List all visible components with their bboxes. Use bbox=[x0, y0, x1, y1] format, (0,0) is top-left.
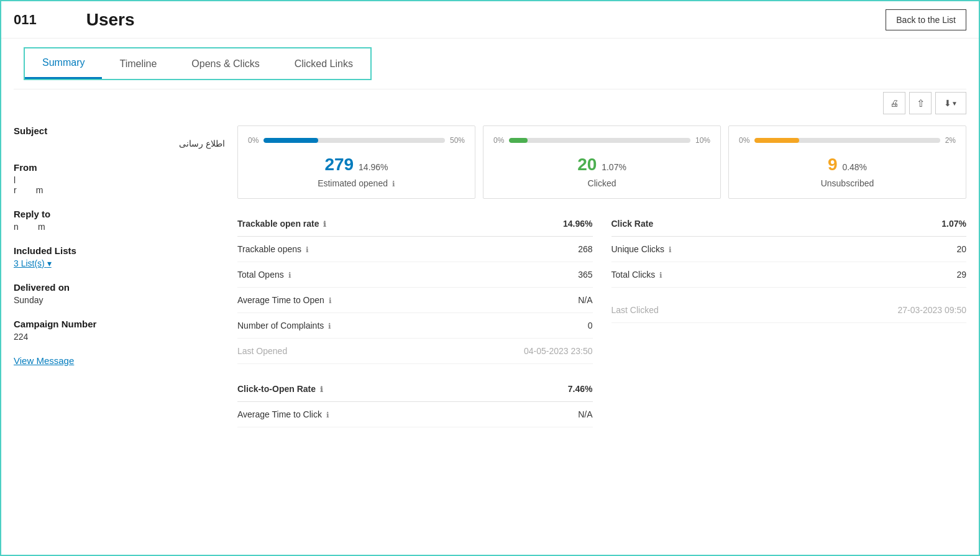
included-lists-value: 3 List(s) bbox=[14, 258, 45, 268]
campaign-number-value: 224 bbox=[14, 332, 225, 342]
last-opened-row: Last Opened 04-05-2023 23:50 bbox=[237, 339, 593, 364]
tab-clicked-links[interactable]: Clicked Links bbox=[277, 48, 370, 79]
complaints-row: Number of Complaints ℹ 0 bbox=[237, 313, 593, 339]
progress-bar-fill-opened bbox=[263, 138, 318, 143]
last-clicked-label: Last Clicked bbox=[611, 305, 659, 315]
reply-to-right: m bbox=[38, 222, 45, 232]
progress-left-label-unsubscribed: 0% bbox=[739, 136, 749, 145]
click-rate-label: Click Rate bbox=[611, 219, 654, 229]
subject-value: اطلاع رسانی bbox=[14, 139, 225, 148]
total-opens-row: Total Opens ℹ 365 bbox=[237, 262, 593, 288]
tab-timeline[interactable]: Timeline bbox=[102, 48, 174, 79]
progress-left-label-opened: 0% bbox=[248, 136, 259, 145]
stat-number-opened: 279 bbox=[324, 155, 354, 174]
left-panel: Subject اطلاع رسانی From l r m Reply to … bbox=[14, 125, 225, 427]
stat-card-unsubscribed: 0% 2% 9 0.48% Unsubscribed bbox=[728, 125, 966, 199]
trackable-open-rate-value: 14.96% bbox=[563, 219, 592, 229]
info-icon-total-opens: ℹ bbox=[288, 271, 291, 280]
stat-card-clicked: 0% 10% 20 1.07% Clicked bbox=[483, 125, 721, 199]
total-opens-label: Total Opens ℹ bbox=[237, 270, 291, 280]
stat-percent-clicked: 1.07% bbox=[602, 162, 626, 172]
progress-right-label-opened: 50% bbox=[450, 136, 465, 145]
info-icon-unique-clicks: ℹ bbox=[669, 245, 672, 254]
progress-right-label-unsubscribed: 2% bbox=[945, 136, 956, 145]
avg-time-click-row: Average Time to Click ℹ N/A bbox=[237, 402, 593, 427]
header: 011 Users Back to the List bbox=[1, 1, 979, 39]
stat-percent-unsubscribed: 0.48% bbox=[842, 162, 867, 172]
subject-label: Subject bbox=[14, 125, 225, 136]
info-icon-complaints: ℹ bbox=[328, 322, 331, 330]
stat-label-opened: Estimated opened ℹ bbox=[248, 178, 465, 188]
info-icon-tor: ℹ bbox=[323, 220, 326, 229]
last-opened-label: Last Opened bbox=[237, 346, 287, 356]
trackable-open-rate-label: Trackable open rate ℹ bbox=[237, 219, 326, 229]
click-to-open-rate-label: Click-to-Open Rate ℹ bbox=[237, 384, 323, 394]
stat-label-clicked: Clicked bbox=[493, 178, 710, 188]
main-content: Subject اطلاع رسانی From l r m Reply to … bbox=[1, 119, 979, 434]
share-button[interactable]: ⇧ bbox=[909, 92, 932, 114]
print-button[interactable]: 🖨 bbox=[883, 92, 905, 114]
total-clicks-row: Total Clicks ℹ 29 bbox=[611, 262, 967, 288]
from-line2: r m bbox=[14, 185, 225, 195]
metrics-col-right: Click Rate 1.07% Unique Clicks ℹ 20 Tota… bbox=[611, 211, 967, 427]
from-line1: l bbox=[14, 175, 225, 185]
reply-to-left: n bbox=[14, 222, 19, 232]
tab-summary[interactable]: Summary bbox=[25, 48, 102, 79]
avg-time-click-value: N/A bbox=[578, 409, 592, 419]
right-panel: 0% 50% 279 14.96% Estimated opened ℹ bbox=[237, 125, 966, 427]
back-to-list-button[interactable]: Back to the List bbox=[886, 9, 966, 30]
brand-title: 011 bbox=[14, 12, 37, 28]
subject-section: Subject اطلاع رسانی bbox=[14, 125, 225, 148]
info-icon-to: ℹ bbox=[306, 245, 309, 254]
delivered-on-section: Delivered on Sunday bbox=[14, 282, 225, 305]
progress-left-label-clicked: 0% bbox=[493, 136, 504, 145]
progress-bar-bg-clicked bbox=[509, 138, 690, 143]
included-lists-section: Included Lists 3 List(s) ▾ bbox=[14, 245, 225, 268]
progress-bar-fill-unsubscribed bbox=[754, 138, 799, 143]
last-clicked-row: Last Clicked 27-03-2023 09:50 bbox=[611, 298, 967, 323]
stat-number-row-clicked: 20 1.07% bbox=[493, 155, 710, 175]
avg-time-open-value: N/A bbox=[578, 295, 592, 305]
progress-bar-fill-clicked bbox=[509, 138, 527, 143]
download-button[interactable]: ⬇ ▼ bbox=[935, 92, 966, 114]
stat-number-clicked: 20 bbox=[577, 155, 597, 174]
stat-card-opened: 0% 50% 279 14.96% Estimated opened ℹ bbox=[237, 125, 475, 199]
click-rate-value: 1.07% bbox=[941, 219, 966, 229]
download-icon: ⬇ bbox=[944, 98, 951, 108]
unique-clicks-row: Unique Clicks ℹ 20 bbox=[611, 237, 967, 262]
trackable-opens-label: Trackable opens ℹ bbox=[237, 244, 309, 254]
toolbar-row: 🖨 ⇧ ⬇ ▼ bbox=[1, 89, 979, 119]
delivered-on-label: Delivered on bbox=[14, 282, 225, 293]
last-opened-value: 04-05-2023 23:50 bbox=[524, 346, 593, 356]
included-lists-link[interactable]: 3 List(s) ▾ bbox=[14, 258, 52, 268]
avg-time-open-row: Average Time to Open ℹ N/A bbox=[237, 288, 593, 313]
reply-to-label: Reply to bbox=[14, 209, 225, 219]
click-to-open-rate-header: Click-to-Open Rate ℹ 7.46% bbox=[237, 376, 593, 402]
trackable-opens-row: Trackable opens ℹ 268 bbox=[237, 237, 593, 262]
trackable-opens-value: 268 bbox=[578, 244, 592, 254]
progress-bar-bg-unsubscribed bbox=[754, 138, 940, 143]
metrics-area: Trackable open rate ℹ 14.96% Trackable o… bbox=[237, 211, 966, 427]
from-line2-left: r bbox=[14, 185, 17, 195]
info-icon-opened: ℹ bbox=[392, 180, 395, 188]
stat-number-unsubscribed: 9 bbox=[828, 155, 838, 174]
included-lists-label: Included Lists bbox=[14, 245, 225, 256]
stat-label-unsubscribed: Unsubscribed bbox=[739, 178, 956, 188]
tabs-container: Summary Timeline Opens & Clicks Clicked … bbox=[24, 47, 372, 80]
view-message-link[interactable]: View Message bbox=[14, 355, 74, 366]
campaign-number-section: Campaign Number 224 bbox=[14, 319, 225, 342]
progress-row-unsubscribed: 0% 2% bbox=[739, 136, 956, 145]
info-icon-atc: ℹ bbox=[326, 411, 329, 419]
tab-opens-clicks[interactable]: Opens & Clicks bbox=[174, 48, 277, 79]
unique-clicks-value: 20 bbox=[956, 244, 966, 254]
stat-number-row-opened: 279 14.96% bbox=[248, 155, 465, 175]
click-to-open-rate-value: 7.46% bbox=[568, 384, 593, 394]
metrics-col-left: Trackable open rate ℹ 14.96% Trackable o… bbox=[237, 211, 593, 427]
print-icon: 🖨 bbox=[890, 98, 899, 108]
header-left: 011 Users bbox=[14, 10, 135, 30]
complaints-value: 0 bbox=[588, 321, 593, 330]
total-clicks-value: 29 bbox=[956, 270, 966, 280]
from-section: From l r m bbox=[14, 162, 225, 195]
progress-bar-bg-opened bbox=[263, 138, 445, 143]
progress-row-clicked: 0% 10% bbox=[493, 136, 710, 145]
